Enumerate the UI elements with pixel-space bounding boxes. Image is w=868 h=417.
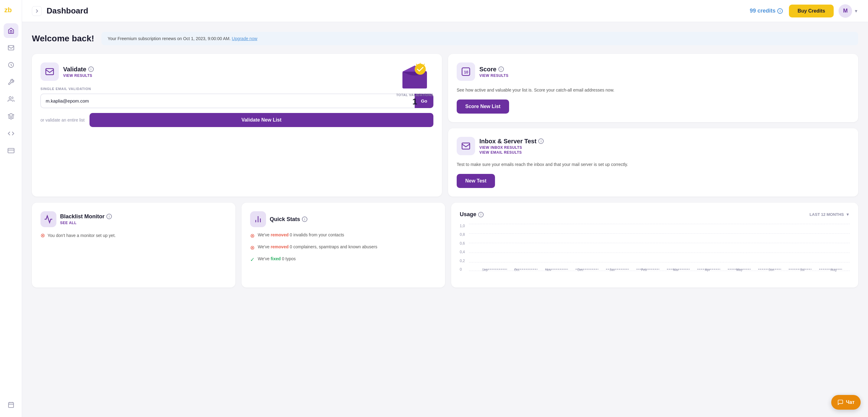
qs-removed-2: removed <box>271 244 288 249</box>
total-validations-number: 1 <box>412 97 417 107</box>
svg-line-16 <box>416 64 417 65</box>
sidebar-item-layers[interactable] <box>4 109 19 124</box>
validate-info-icon[interactable]: i <box>88 66 94 72</box>
svg-text:zb: zb <box>4 6 12 14</box>
bottom-row: Blacklist Monitor i SEE ALL ⊗ You don't … <box>32 203 858 287</box>
blacklist-monitor-card: Blacklist Monitor i SEE ALL ⊗ You don't … <box>32 203 236 287</box>
qs-warn-icon-2: ⊗ <box>250 244 255 252</box>
sidebar-item-email[interactable] <box>4 40 19 55</box>
card-icon <box>8 147 14 154</box>
email-input[interactable] <box>40 94 415 108</box>
inbox-card: Inbox & Server Test i VIEW INBOX RESULTS… <box>448 128 858 197</box>
email-icon <box>8 44 14 51</box>
inbox-title: Inbox & Server Test i <box>479 138 544 145</box>
inbox-info-icon[interactable]: i <box>538 138 544 144</box>
qs-ok-icon: ✓ <box>250 256 255 264</box>
period-chevron-icon: ▼ <box>846 212 849 217</box>
validate-input-row: Go <box>40 94 433 108</box>
usage-info-icon[interactable]: i <box>478 212 484 217</box>
sidebar-item-bolt[interactable] <box>4 58 19 72</box>
usage-card: Usage i LAST 12 MONTHS ▼ 1,0 0,8 0,6 <box>451 203 858 287</box>
svg-rect-5 <box>8 148 14 153</box>
new-test-button[interactable]: New Test <box>457 174 495 188</box>
sidebar-item-card[interactable] <box>4 143 19 158</box>
view-inbox-results-link[interactable]: VIEW INBOX RESULTS <box>479 145 544 150</box>
score-view-results-link[interactable]: VIEW RESULTS <box>479 73 508 78</box>
score-info-icon[interactable]: i <box>498 66 504 72</box>
buy-credits-button[interactable]: Buy Credits <box>789 5 834 18</box>
user-menu-chevron[interactable]: ▼ <box>854 8 858 13</box>
chart-svg <box>469 224 849 272</box>
inbox-description: Test to make sure your emails reach the … <box>457 161 849 168</box>
sidebar-item-home[interactable] <box>4 23 19 38</box>
svg-rect-1 <box>8 46 13 50</box>
upgrade-link[interactable]: Upgrade now <box>232 36 257 41</box>
inbox-icon-wrap <box>457 137 475 155</box>
svg-marker-4 <box>8 113 13 116</box>
blacklist-icon-wrap <box>40 211 56 227</box>
envelope-total: TOTAL VALIDATIONS 1 <box>396 63 433 107</box>
total-validations-label: TOTAL VALIDATIONS <box>396 93 433 97</box>
validate-title-group: Validate i VIEW RESULTS <box>63 66 94 78</box>
usage-chart: 1,0 0,8 0,6 0,4 0,2 0 <box>460 224 849 279</box>
qs-typos: ✓ We've fixed 0 typos <box>250 256 436 264</box>
chart-plot-area: Sep Oct Nov Dec Jan Feb Mar Apr May Jun <box>469 224 849 272</box>
svg-point-3 <box>9 97 11 99</box>
svg-line-15 <box>424 64 425 65</box>
credits-amount: 99 credits <box>750 8 775 14</box>
score-icon: 10 <box>461 67 470 76</box>
chat-label: Чат <box>846 399 855 405</box>
sidebar-item-code[interactable] <box>4 126 19 141</box>
blacklist-info-icon[interactable]: i <box>106 214 112 219</box>
credits-info-icon[interactable]: i <box>777 8 783 14</box>
chat-icon <box>837 399 843 405</box>
validate-email-icon <box>45 67 54 76</box>
validate-title: Validate i <box>63 66 94 73</box>
qs-invalids: ⊗ We've removed 0 invalids from your con… <box>250 232 436 240</box>
svg-text:10: 10 <box>464 70 468 74</box>
inbox-title-group: Inbox & Server Test i VIEW INBOX RESULTS… <box>479 138 544 154</box>
quick-stats-info-icon[interactable]: i <box>302 216 307 222</box>
validate-view-results-link[interactable]: VIEW RESULTS <box>63 73 94 78</box>
chart-month-labels: Sep Oct Nov Dec Jan Feb Mar Apr May Jun <box>469 268 849 272</box>
validate-card: Validate i VIEW RESULTS <box>32 54 442 197</box>
sidebar-toggle-button[interactable] <box>32 6 42 16</box>
warning-icon: ⊗ <box>40 232 45 239</box>
home-icon <box>8 27 14 34</box>
credits-display: 99 credits i <box>750 8 783 14</box>
usage-title: Usage i <box>460 211 484 218</box>
quick-stats-card: Quick Stats i ⊗ We've removed 0 invalids… <box>242 203 445 287</box>
logo[interactable]: zb <box>4 5 18 19</box>
chart-y-labels: 1,0 0,8 0,6 0,4 0,2 0 <box>460 224 465 272</box>
score-title: Score i <box>479 66 508 73</box>
quick-stats-header: Quick Stats i <box>250 211 436 227</box>
sidebar-item-wrench[interactable] <box>4 75 19 90</box>
score-new-list-button[interactable]: Score New List <box>457 100 509 113</box>
no-monitor-message: ⊗ You don't have a monitor set up yet. <box>40 232 227 239</box>
svg-rect-7 <box>8 403 13 408</box>
sidebar-item-users[interactable] <box>4 92 19 107</box>
score-card: 10 Score i VIEW RESULTS See <box>448 54 858 122</box>
validate-new-list-button[interactable]: Validate New List <box>90 113 433 127</box>
usage-period-selector[interactable]: LAST 12 MONTHS ▼ <box>809 212 849 217</box>
blacklist-see-all-link[interactable]: SEE ALL <box>60 221 76 225</box>
score-title-group: Score i VIEW RESULTS <box>479 66 508 78</box>
chat-bubble[interactable]: Чат <box>831 395 861 410</box>
qs-complainers: ⊗ We've removed 0 complainers, spamtraps… <box>250 244 436 252</box>
code-icon <box>8 130 14 137</box>
user-avatar[interactable]: M <box>839 4 852 18</box>
bar-chart-icon <box>253 215 263 224</box>
chevron-right-icon <box>34 8 39 13</box>
users-icon <box>8 96 14 103</box>
score-card-header: 10 Score i VIEW RESULTS <box>457 63 849 81</box>
validate-footer: or validate an entire list Validate New … <box>40 113 433 127</box>
usage-header: Usage i LAST 12 MONTHS ▼ <box>460 211 849 218</box>
quick-stats-title: Quick Stats i <box>270 216 307 222</box>
or-text: or validate an entire list <box>40 117 85 123</box>
sidebar-item-calendar[interactable] <box>4 397 19 412</box>
welcome-row: Welcome back! Your Freemium subscription… <box>32 32 858 45</box>
bolt-icon <box>8 62 14 68</box>
score-description: See how active and valuable your list is… <box>457 87 849 93</box>
view-email-results-link[interactable]: VIEW EMAIL RESULTS <box>479 150 544 154</box>
blacklist-title: Blacklist Monitor i <box>60 213 112 220</box>
